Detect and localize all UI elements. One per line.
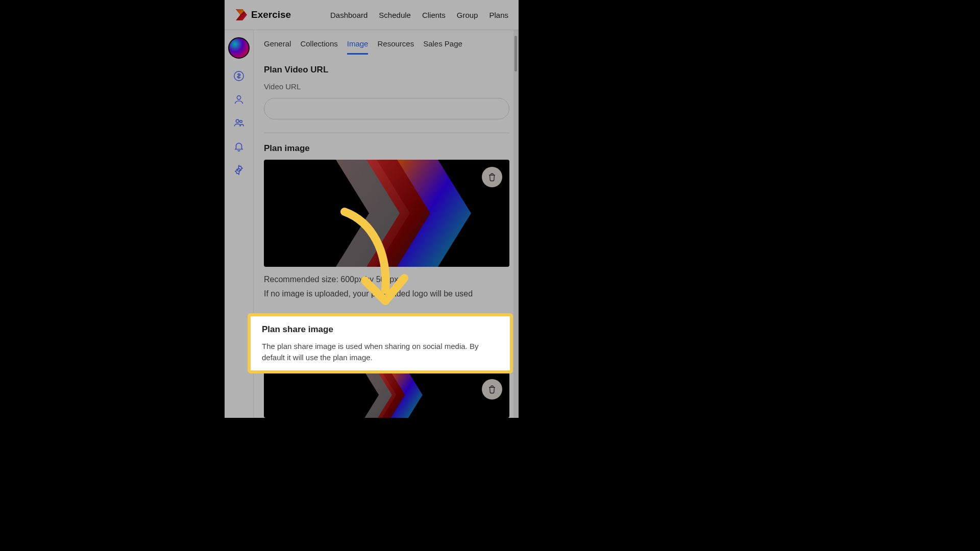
plan-image-helper-size: Recommended size: 600px by 500px (264, 275, 509, 284)
trash-icon (487, 385, 497, 394)
delete-share-image-button[interactable] (482, 379, 502, 399)
nav-schedule[interactable]: Schedule (379, 11, 411, 19)
trash-icon (487, 172, 497, 182)
tab-collections[interactable]: Collections (300, 36, 337, 55)
avatar[interactable] (228, 37, 250, 59)
tab-general[interactable]: General (264, 36, 291, 55)
divider (264, 133, 509, 133)
nav-group[interactable]: Group (457, 11, 478, 19)
plan-image-preview[interactable] (264, 160, 509, 267)
plan-image-helper-fallback: If no image is uploaded, your pre-loaded… (264, 289, 509, 298)
primary-nav: Dashboard Schedule Clients Group Plans (330, 11, 508, 19)
nav-plans[interactable]: Plans (489, 11, 508, 19)
video-url-label: Video URL (264, 82, 509, 91)
plan-share-image-graphic-icon (264, 372, 509, 418)
dollar-circle-icon[interactable] (233, 70, 245, 82)
svg-point-3 (240, 120, 242, 122)
plan-image-title: Plan image (264, 143, 509, 154)
brand-name: Exercise (251, 9, 291, 20)
bell-icon[interactable] (233, 140, 245, 153)
person-icon[interactable] (233, 93, 245, 106)
top-nav: Exercise Dashboard Schedule Clients Grou… (225, 0, 519, 30)
annotation-highlight: Plan share image The plan share image is… (248, 313, 513, 373)
nav-dashboard[interactable]: Dashboard (330, 11, 368, 19)
plan-video-url-title: Plan Video URL (264, 65, 509, 75)
delete-plan-image-button[interactable] (482, 167, 502, 187)
gear-icon[interactable] (233, 164, 245, 176)
plan-share-image-preview[interactable] (264, 372, 509, 418)
plan-share-image-desc-highlighted: The plan share image is used when sharin… (262, 341, 501, 363)
brand[interactable]: Exercise (236, 9, 291, 20)
scrollbar-track[interactable] (513, 30, 519, 418)
scrollbar-thumb[interactable] (514, 36, 517, 71)
people-icon[interactable] (233, 117, 245, 129)
plan-image-graphic-icon (264, 160, 509, 267)
plan-share-image-title-highlighted: Plan share image (262, 324, 501, 335)
tab-resources[interactable]: Resources (377, 36, 414, 55)
tab-image[interactable]: Image (347, 36, 369, 55)
subtabs: General Collections Image Resources Sale… (264, 30, 509, 55)
svg-point-2 (236, 119, 239, 122)
tab-sales-page[interactable]: Sales Page (423, 36, 462, 55)
video-url-input[interactable] (264, 98, 509, 119)
nav-clients[interactable]: Clients (422, 11, 446, 19)
svg-point-1 (237, 96, 240, 99)
brand-logo-icon (236, 9, 247, 20)
